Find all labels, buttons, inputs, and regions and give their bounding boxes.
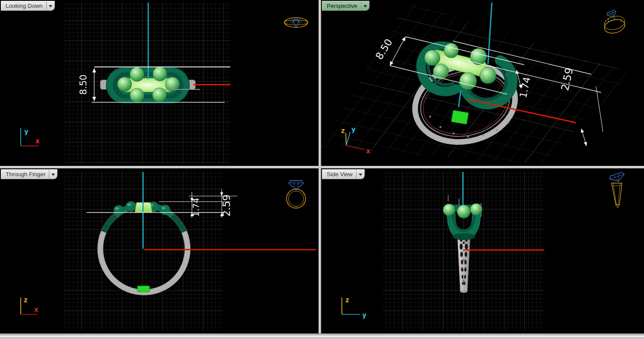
- sizing-marker: [137, 286, 150, 292]
- gem-sphere: [480, 67, 496, 84]
- axis-label-z: z: [345, 296, 349, 304]
- viewport-tab-looking-down[interactable]: Looking Down: [1, 1, 55, 11]
- gem-sphere: [457, 205, 471, 219]
- viewport-tab-side-view[interactable]: Side View: [322, 169, 365, 179]
- ring-front-view-icon: [287, 181, 306, 208]
- ring-perspective-view-icon: [603, 10, 626, 35]
- axis-label-y: y: [24, 128, 29, 136]
- axis-label-z: z: [24, 296, 28, 304]
- gem-sphere: [470, 203, 482, 215]
- gem-sphere: [424, 50, 440, 66]
- dropdown-arrow-icon: [49, 5, 52, 7]
- sizing-marker: [451, 110, 469, 124]
- viewport-canvas-perspective[interactable]: 8.50 1.74 2.59 z y x: [321, 0, 644, 166]
- viewport-menu-button[interactable]: [361, 1, 369, 10]
- viewport-looking-down[interactable]: Looking Down: [0, 0, 319, 166]
- viewport-side-view[interactable]: Side View: [321, 168, 644, 333]
- viewport-through-finger[interactable]: Through Finger: [0, 168, 319, 333]
- axis-indicator: z x: [21, 296, 38, 314]
- dropdown-arrow-icon: [359, 174, 362, 176]
- dimension-value: 8.50: [78, 75, 89, 95]
- dimension-value: 2.59: [221, 194, 232, 216]
- gem-sphere: [459, 73, 477, 90]
- dimension-value: 1.74: [191, 198, 201, 217]
- gem-sphere: [444, 43, 459, 58]
- viewport-menu-button[interactable]: [46, 1, 54, 10]
- gem-sphere: [443, 204, 455, 216]
- axis-label-x: x: [366, 147, 370, 155]
- gem-sphere: [153, 67, 167, 81]
- axis-label-x: x: [34, 306, 38, 314]
- viewport-canvas-through-finger[interactable]: 1.74 2.59 z x: [0, 168, 319, 333]
- gem-sphere: [153, 88, 167, 102]
- gem-sphere: [118, 77, 132, 92]
- axis-label-y: y: [351, 126, 356, 133]
- ring-top-view-icon: [284, 18, 308, 28]
- dropdown-arrow-icon: [363, 5, 367, 7]
- axis-label-z: z: [341, 127, 345, 135]
- viewport-tab-label: Perspective: [322, 1, 361, 10]
- gem-sphere: [130, 67, 144, 82]
- viewport-tab-label: Through Finger: [1, 170, 49, 179]
- viewport-tab-label: Side View: [322, 170, 356, 179]
- viewport-tab-through-finger[interactable]: Through Finger: [1, 169, 57, 179]
- dropdown-arrow-icon: [51, 174, 55, 176]
- axis-indicator: z y: [342, 296, 367, 319]
- construction-grid-perspective: [321, 0, 644, 166]
- viewport-menu-button[interactable]: [356, 170, 364, 179]
- ring-side-view-icon: [609, 172, 625, 208]
- viewport-canvas-side-view[interactable]: z y: [321, 168, 644, 333]
- gem-sphere: [130, 89, 144, 103]
- status-bar: [0, 333, 644, 339]
- axis-label-y: y: [362, 311, 367, 319]
- viewport-tab-label: Looking Down: [1, 1, 46, 10]
- axis-label-x: x: [35, 137, 40, 145]
- axis-indicator: y x: [21, 128, 40, 146]
- viewport-menu-button[interactable]: [49, 170, 57, 179]
- cad-application-window: Looking Down: [0, 0, 644, 339]
- gem-sphere: [433, 64, 449, 79]
- viewport-canvas-looking-down[interactable]: 8.50 y x: [0, 0, 319, 166]
- viewport-perspective[interactable]: Perspective: [321, 0, 644, 166]
- viewport-tab-perspective[interactable]: Perspective: [322, 1, 370, 11]
